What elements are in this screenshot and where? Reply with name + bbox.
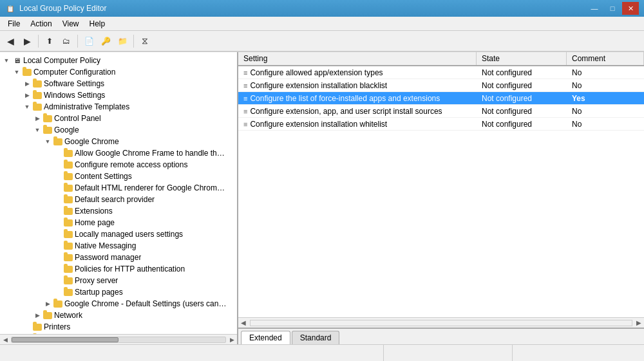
main-layout: ▼ 🖥 Local Computer Policy ▼ Computer Con… (0, 51, 644, 344)
tree-node-password-manager[interactable]: Password manager (0, 252, 237, 263)
policy-icon-3: ≡ (243, 107, 247, 115)
tree-node-content-settings[interactable]: Content Settings (0, 171, 237, 182)
tree-node-administrative-templates[interactable]: ▼ Administrative Templates (0, 101, 237, 113)
expander-google: ▼ (32, 125, 43, 135)
right-scroll-left-btn[interactable]: ◀ (238, 318, 249, 328)
tree-node-google[interactable]: ▼ Google (0, 124, 237, 136)
column-header-state[interactable]: State (477, 52, 567, 65)
tree-node-policies-http[interactable]: Policies for HTTP authentication (0, 263, 237, 275)
tree-panel: ▼ 🖥 Local Computer Policy ▼ Computer Con… (0, 52, 238, 344)
cell-state-4: Not configured (477, 120, 567, 129)
cell-state-2: Not configured (477, 94, 567, 103)
tree-scroll-right-btn[interactable]: ▶ (227, 335, 237, 345)
tree-hscrollbar[interactable]: ◀ ▶ (0, 334, 237, 344)
tree-node-home-page[interactable]: Home page (0, 217, 237, 228)
tree-scroll-track[interactable] (11, 337, 226, 343)
close-button[interactable]: ✕ (622, 2, 639, 15)
icon-windows-settings (32, 90, 43, 100)
tree-node-startup-pages[interactable]: Startup pages (0, 286, 237, 298)
filter-button[interactable]: ⧖ (137, 33, 153, 49)
label-extensions: Extensions (75, 207, 113, 216)
tree-node-windows-settings[interactable]: ▶ Windows Settings (0, 89, 237, 101)
tree-node-server[interactable]: Server (0, 333, 237, 334)
cell-setting-0: ≡ Configure allowed app/extension types (238, 68, 477, 77)
icon-extensions (63, 206, 73, 216)
table-row[interactable]: ≡ Configure the list of force-installed … (238, 92, 644, 105)
icon-google (43, 125, 53, 135)
right-hscrollbar[interactable]: ◀ ▶ (238, 317, 644, 328)
table-body: ≡ Configure allowed app/extension types … (238, 66, 644, 131)
tree-node-default-search[interactable]: Default search provider (0, 194, 237, 205)
icon-default-search (63, 194, 73, 205)
cell-comment-2: Yes (567, 94, 644, 103)
up-button[interactable]: ⬆ (42, 33, 57, 49)
maximize-button[interactable]: □ (604, 2, 621, 15)
expander-computer-configuration: ▼ (12, 67, 22, 77)
properties-button[interactable]: 📄 (81, 33, 97, 49)
back-button[interactable]: ◀ (3, 33, 18, 49)
tree-node-google-chrome[interactable]: ▼ Google Chrome (0, 136, 237, 147)
tree-scroll-left-btn[interactable]: ◀ (0, 335, 10, 345)
tree-node-gc-default[interactable]: ▶ Google Chrome - Default Settings (user… (0, 298, 237, 310)
right-scroll-track[interactable] (250, 320, 632, 326)
tree-node-extensions[interactable]: Extensions (0, 205, 237, 217)
menu-action[interactable]: Action (25, 18, 57, 30)
menu-file[interactable]: File (3, 18, 25, 30)
tree-node-configure-remote[interactable]: Configure remote access options (0, 159, 237, 171)
column-header-setting[interactable]: Setting (238, 52, 477, 65)
icon-gc-default (53, 299, 63, 309)
tree-node-proxy-server[interactable]: Proxy server (0, 275, 237, 286)
tree-node-locally-managed[interactable]: Locally managed users settings (0, 228, 237, 240)
label-google-chrome: Google Chrome (64, 137, 119, 146)
expander-software-settings: ▶ (22, 79, 32, 89)
cell-comment-0: No (567, 68, 644, 77)
tree-node-native-messaging[interactable]: Native Messaging (0, 240, 237, 252)
tree-node-printers[interactable]: Printers (0, 321, 237, 333)
icon-administrative-templates (32, 102, 43, 112)
table-row[interactable]: ≡ Configure allowed app/extension types … (238, 66, 644, 79)
menu-help[interactable]: Help (84, 18, 111, 30)
tree-node-allow-gcf[interactable]: Allow Google Chrome Frame to handle the … (0, 147, 237, 159)
label-control-panel: Control Panel (54, 114, 101, 123)
cell-state-3: Not configured (477, 107, 567, 116)
tab-extended[interactable]: Extended (241, 331, 290, 344)
new-window-button[interactable]: 📁 (115, 33, 130, 49)
show-hide-button[interactable]: 🗂 (59, 33, 74, 49)
table-row[interactable]: ≡ Configure extension, app, and user scr… (238, 105, 644, 118)
expander-gc-default: ▶ (43, 299, 53, 309)
minimize-button[interactable]: — (586, 2, 603, 15)
label-printers: Printers (44, 322, 70, 331)
cell-setting-3: ≡ Configure extension, app, and user scr… (238, 107, 477, 116)
label-gc-default: Google Chrome - Default Settings (users … (64, 299, 227, 308)
forward-button[interactable]: ▶ (19, 33, 35, 49)
right-panel: Setting State Comment ≡ Configure allowe… (238, 52, 644, 344)
column-header-comment[interactable]: Comment (567, 52, 644, 65)
status-center (384, 345, 513, 361)
toolbar-separator-2 (77, 35, 78, 48)
tree-node-software-settings[interactable]: ▶ Software Settings (0, 78, 237, 89)
icon-printers (32, 322, 43, 332)
expander-windows-settings: ▶ (22, 90, 32, 100)
tree-node-computer-configuration[interactable]: ▼ Computer Configuration (0, 66, 237, 78)
label-windows-settings: Windows Settings (44, 91, 105, 100)
toolbar-separator-3 (133, 35, 134, 48)
help-toolbar-button[interactable]: 🔑 (98, 33, 113, 49)
label-proxy-server: Proxy server (75, 276, 118, 285)
tree-node-control-panel[interactable]: ▶ Control Panel (0, 113, 237, 124)
right-scroll-right-btn[interactable]: ▶ (634, 318, 644, 328)
label-default-search: Default search provider (75, 195, 155, 204)
menu-view[interactable]: View (57, 18, 84, 30)
window-title: Local Group Policy Editor (19, 4, 106, 13)
tree-node-default-html[interactable]: Default HTML renderer for Google Chrome … (0, 182, 237, 194)
tree-node-network[interactable]: ▶ Network (0, 310, 237, 321)
icon-server (32, 333, 43, 334)
expander-google-chrome: ▼ (43, 136, 53, 147)
table-row[interactable]: ≡ Configure extension installation black… (238, 79, 644, 92)
label-allow-gcf: Allow Google Chrome Frame to handle the … (75, 149, 227, 158)
label-content-settings: Content Settings (75, 172, 132, 181)
tree-scroll-thumb[interactable] (12, 337, 118, 342)
tab-standard[interactable]: Standard (292, 331, 340, 344)
cell-state-0: Not configured (477, 68, 567, 77)
tree-node-local-computer-policy[interactable]: ▼ 🖥 Local Computer Policy (0, 55, 237, 66)
table-row[interactable]: ≡ Configure extension installation white… (238, 118, 644, 131)
